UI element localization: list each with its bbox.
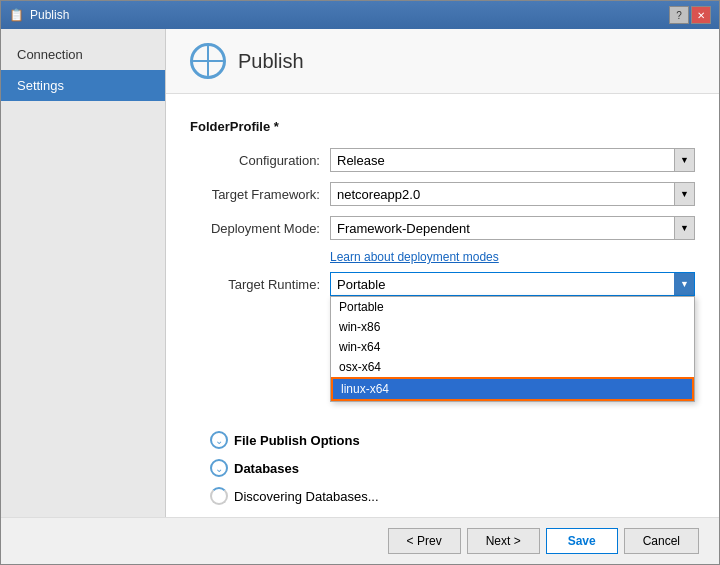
target-framework-select[interactable]: netcoreapp2.0 ▼ — [330, 182, 695, 206]
content-area: Connection Settings Publish FolderProfil… — [1, 29, 719, 517]
file-publish-toggle[interactable]: ⌄ — [210, 431, 228, 449]
option-linux-x64[interactable]: linux-x64 — [331, 377, 694, 401]
form-area: FolderProfile * Configuration: Release ▼… — [190, 119, 695, 510]
section-title: FolderProfile * — [190, 119, 695, 134]
footer: < Prev Next > Save Cancel — [1, 517, 719, 564]
configuration-label: Configuration: — [190, 153, 330, 168]
globe-icon — [190, 43, 226, 79]
header-title: Publish — [238, 50, 304, 73]
target-framework-arrow: ▼ — [674, 183, 694, 205]
target-runtime-select[interactable]: Portable ▼ — [330, 272, 695, 296]
title-bar-left: 📋 Publish — [9, 8, 69, 22]
title-bar-controls: ? ✕ — [669, 6, 711, 24]
target-framework-row: Target Framework: netcoreapp2.0 ▼ — [190, 182, 695, 206]
target-framework-label: Target Framework: — [190, 187, 330, 202]
close-button[interactable]: ✕ — [691, 6, 711, 24]
sidebar: Connection Settings — [1, 29, 166, 517]
sidebar-item-connection[interactable]: Connection — [1, 39, 165, 70]
target-runtime-label: Target Runtime: — [190, 277, 330, 292]
discovering-item: Discovering Databases... — [210, 482, 695, 510]
header-area: Publish — [166, 29, 719, 94]
save-button[interactable]: Save — [546, 528, 618, 554]
sidebar-item-settings[interactable]: Settings — [1, 70, 165, 101]
prev-button[interactable]: < Prev — [388, 528, 461, 554]
deployment-link[interactable]: Learn about deployment modes — [330, 250, 695, 264]
deployment-mode-row: Deployment Mode: Framework-Dependent ▼ — [190, 216, 695, 240]
file-publish-item[interactable]: ⌄ File Publish Options — [210, 426, 695, 454]
file-publish-label: File Publish Options — [234, 433, 360, 448]
configuration-row: Configuration: Release ▼ — [190, 148, 695, 172]
configuration-select[interactable]: Release ▼ — [330, 148, 695, 172]
deployment-mode-arrow: ▼ — [674, 217, 694, 239]
cancel-button[interactable]: Cancel — [624, 528, 699, 554]
deployment-mode-select[interactable]: Framework-Dependent ▼ — [330, 216, 695, 240]
deployment-mode-label: Deployment Mode: — [190, 221, 330, 236]
target-runtime-row: Target Runtime: Portable ▼ Portable win-… — [190, 272, 695, 296]
databases-toggle[interactable]: ⌄ — [210, 459, 228, 477]
main-content: Publish FolderProfile * Configuration: R… — [166, 29, 719, 517]
databases-label: Databases — [234, 461, 299, 476]
title-bar-icon: 📋 — [9, 8, 24, 22]
help-button[interactable]: ? — [669, 6, 689, 24]
section-groups: ⌄ File Publish Options ⌄ Databases Disco… — [190, 426, 695, 510]
configuration-arrow: ▼ — [674, 149, 694, 171]
title-bar-title: Publish — [30, 8, 69, 22]
option-osx-x64[interactable]: osx-x64 — [331, 357, 694, 377]
discovering-spinner — [210, 487, 228, 505]
target-runtime-arrow: ▼ — [674, 273, 694, 295]
target-runtime-dropdown: Portable win-x86 win-x64 osx-x64 linux-x… — [330, 296, 695, 402]
discovering-label: Discovering Databases... — [234, 489, 379, 504]
databases-item[interactable]: ⌄ Databases — [210, 454, 695, 482]
next-button[interactable]: Next > — [467, 528, 540, 554]
target-runtime-container: Portable ▼ Portable win-x86 win-x64 osx-… — [330, 272, 695, 296]
option-portable[interactable]: Portable — [331, 297, 694, 317]
option-win-x86[interactable]: win-x86 — [331, 317, 694, 337]
option-win-x64[interactable]: win-x64 — [331, 337, 694, 357]
publish-window: 📋 Publish ? ✕ Connection Settings Publis… — [0, 0, 720, 565]
title-bar: 📋 Publish ? ✕ — [1, 1, 719, 29]
